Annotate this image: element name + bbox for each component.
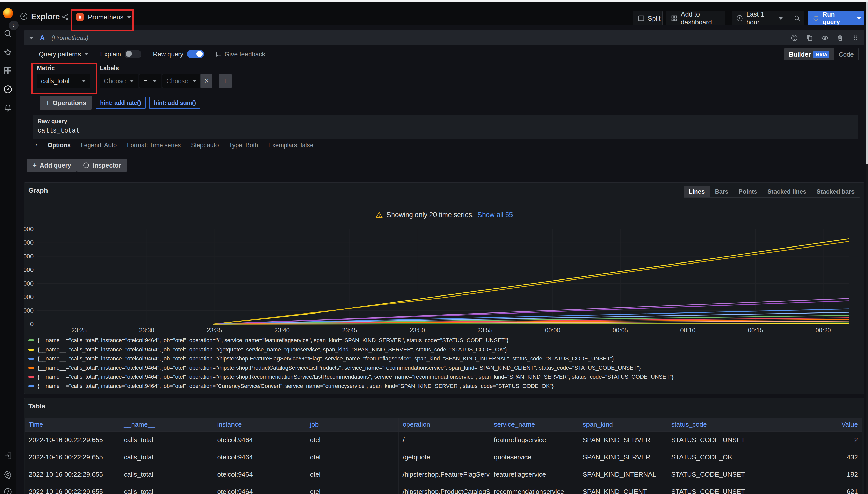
table-cell: SPAN_KIND_SERVER: [579, 432, 667, 449]
x-axis-tick: 23:55: [477, 327, 493, 334]
share-icon[interactable]: [61, 13, 69, 20]
table-cell: 2: [756, 432, 862, 449]
legend-item[interactable]: {__name__="calls_total", instance="otelc…: [29, 363, 860, 373]
explore-nav-icon[interactable]: [3, 85, 13, 94]
table-column-header---name--[interactable]: __name__: [120, 418, 213, 432]
y-axis-tick: 2000: [24, 307, 34, 314]
star-icon[interactable]: [3, 48, 13, 57]
y-axis-tick: 14000: [24, 226, 34, 232]
table-column-header-value[interactable]: Value: [756, 418, 862, 432]
label-key-select[interactable]: Choose: [100, 74, 138, 88]
sign-in-icon[interactable]: [3, 451, 13, 460]
legend-item[interactable]: {__name__="calls_total", instance="otelc…: [29, 336, 860, 345]
explain-toggle[interactable]: [125, 50, 141, 58]
explore-icon: [20, 12, 28, 20]
scrollbar-thumb[interactable]: [866, 1, 868, 164]
label-value-select[interactable]: Choose: [162, 74, 201, 88]
info-circle-icon: [83, 162, 89, 169]
show-all-link[interactable]: Show all 55: [477, 211, 513, 219]
query-hint-button[interactable]: hint: add sum(): [149, 97, 200, 109]
split-button[interactable]: Split: [633, 11, 663, 25]
datasource-picker[interactable]: Prometheus: [76, 13, 131, 21]
graph-mode-points[interactable]: Points: [734, 186, 762, 197]
copy-icon[interactable]: [806, 34, 813, 42]
table-column-header-service-name[interactable]: service_name: [490, 418, 579, 432]
inspector-button[interactable]: Inspector: [77, 159, 127, 172]
give-feedback-link[interactable]: Give feedback: [216, 51, 265, 58]
table-column-header-time[interactable]: Time: [25, 418, 120, 432]
split-icon: [637, 15, 645, 22]
code-tab[interactable]: Code: [834, 49, 858, 60]
label-operator-value: =: [144, 77, 147, 85]
settings-icon[interactable]: [3, 470, 13, 479]
table-cell: featureflagservice: [490, 432, 579, 449]
graph-mode-bars[interactable]: Bars: [710, 186, 733, 197]
builder-tab[interactable]: Builder Beta: [784, 49, 834, 60]
query-datasource-hint: (Prometheus): [52, 34, 88, 41]
query-toolbar: Query patterns Explain Raw query Give fe…: [24, 48, 864, 60]
graph-mode-stacked-bars[interactable]: Stacked bars: [812, 186, 860, 197]
drag-handle-icon[interactable]: [851, 34, 859, 42]
run-query-button[interactable]: Run query: [808, 12, 851, 25]
graph-canvas[interactable]: 0200040006000800010000120001400023:2523:…: [26, 228, 860, 334]
options-title: Options: [48, 141, 71, 149]
operations-button[interactable]: + Operations: [40, 96, 92, 110]
table-column-header-span-kind[interactable]: span_kind: [579, 418, 667, 432]
give-feedback-label: Give feedback: [224, 51, 265, 58]
add-to-dashboard-button[interactable]: Add to dashboard: [666, 11, 725, 25]
label-operator-select[interactable]: =: [139, 74, 161, 88]
query-options-row[interactable]: › Options Legend: AutoFormat: Time serie…: [36, 141, 313, 149]
legend-item[interactable]: {__name__="calls_total", instance="otelc…: [29, 354, 860, 363]
query-hint-button[interactable]: hint: add rate(): [95, 97, 146, 109]
sidebar-expand-button[interactable]: ›: [8, 20, 19, 31]
topbar: Explore Prometheus Split Add to dashboar…: [0, 1, 868, 25]
query-row-header[interactable]: A (Prometheus): [24, 31, 864, 45]
raw-query-label: Raw query: [153, 51, 183, 58]
graph-mode-stacked-lines[interactable]: Stacked lines: [762, 186, 811, 197]
legend-item[interactable]: {__name__="calls_total", instance="otelc…: [29, 382, 860, 391]
table-column-header-instance[interactable]: instance: [213, 418, 306, 432]
zoom-out-button[interactable]: [790, 12, 804, 25]
add-query-button[interactable]: + Add query: [27, 159, 77, 172]
help-icon[interactable]: [3, 488, 13, 494]
add-to-dashboard-label: Add to dashboard: [681, 11, 720, 26]
x-axis-tick: 23:45: [342, 327, 357, 334]
explain-label: Explain: [100, 51, 121, 58]
grafana-logo[interactable]: [3, 8, 13, 18]
series-line: [213, 242, 849, 324]
query-patterns-dropdown[interactable]: Query patterns: [39, 51, 88, 58]
remove-label-button[interactable]: ×: [201, 74, 213, 88]
graph-panel-title: Graph: [29, 187, 48, 194]
add-label-button[interactable]: +: [218, 74, 232, 88]
builder-label: Builder: [789, 51, 811, 58]
raw-query-toggle[interactable]: [187, 50, 204, 58]
question-circle-icon[interactable]: [791, 34, 798, 42]
run-query-split-button: Run query: [808, 11, 865, 25]
dashboards-icon[interactable]: [3, 66, 13, 75]
x-axis-tick: 23:35: [207, 327, 222, 334]
alerting-icon[interactable]: [3, 103, 13, 112]
run-query-dropdown[interactable]: [854, 12, 864, 25]
graph-mode-lines[interactable]: Lines: [684, 186, 710, 197]
comment-icon: [216, 51, 222, 57]
table-column-header-job[interactable]: job: [306, 418, 398, 432]
apps-icon: [671, 15, 678, 22]
graph-mode-switch: LinesBarsPointsStacked linesStacked bars: [684, 186, 860, 198]
x-axis-tick: 00:00: [545, 327, 560, 334]
trash-icon[interactable]: [836, 34, 844, 42]
table-cell: calls_total: [120, 466, 213, 483]
legend-item[interactable]: {__name__="calls_total", instance="otelc…: [29, 373, 860, 382]
legend-item[interactable]: {__name__="calls_total", instance="otelc…: [29, 345, 860, 354]
table-cell: featureflagservice: [490, 466, 579, 483]
table-header-row: Time__name__instancejoboperationservice_…: [25, 418, 862, 432]
table-cell: /: [398, 432, 490, 449]
table-column-header-status-code[interactable]: status_code: [667, 418, 756, 432]
y-axis-tick: 0: [30, 321, 34, 327]
legend-item[interactable]: {__name__="calls_total", instance="otelc…: [29, 391, 860, 393]
table-column-header-operation[interactable]: operation: [398, 418, 490, 432]
chevron-down-icon: [779, 17, 783, 20]
eye-icon[interactable]: [821, 34, 829, 42]
metric-select[interactable]: calls_total: [37, 74, 90, 88]
time-range-button[interactable]: Last 1 hour: [732, 12, 787, 25]
table-cell: STATUS_CODE_OK: [667, 449, 756, 466]
